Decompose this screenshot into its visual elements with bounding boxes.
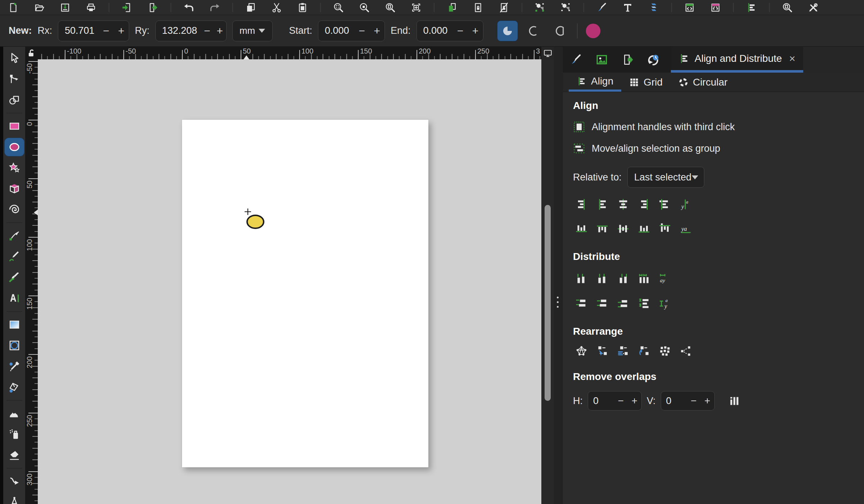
alignment-handles-toggle[interactable]: Alignment handles with third click <box>573 121 854 133</box>
vertical-scrollbar[interactable] <box>541 59 554 504</box>
xml-editor-button[interactable] <box>681 1 698 14</box>
panel-splitter[interactable] <box>554 47 563 504</box>
fill-and-stroke-dock-tab[interactable] <box>563 47 589 73</box>
print-document-button[interactable] <box>83 1 99 14</box>
end-value[interactable]: 0.000 <box>417 25 453 36</box>
ry-spinbox[interactable]: 132.208 − + <box>155 20 227 41</box>
ry-increase-button[interactable]: + <box>213 25 226 37</box>
cut-button[interactable] <box>268 1 285 14</box>
tool-shape-builder[interactable] <box>4 91 24 109</box>
tool-mesh-gradient[interactable] <box>4 336 24 355</box>
ry-decrease-button[interactable]: − <box>201 25 213 37</box>
guide-lock-corner[interactable] <box>25 47 38 59</box>
tool-pen[interactable] <box>4 226 24 245</box>
distribute-centers-horizontally-button[interactable] <box>594 271 610 287</box>
redo-button[interactable] <box>206 1 223 14</box>
horizontal-ruler[interactable]: -100 -50 0 50 100 150 200 250 3 <box>38 47 541 59</box>
arc-mode-button[interactable] <box>524 20 545 41</box>
tool-tweak[interactable] <box>4 404 24 423</box>
tool-ellipse[interactable] <box>4 138 24 156</box>
distribute-left-edges-button[interactable] <box>573 271 590 287</box>
save-document-button[interactable] <box>57 1 73 14</box>
unlink-clone-button[interactable] <box>496 1 512 14</box>
tool-gradient[interactable] <box>4 315 24 334</box>
tool-pencil[interactable] <box>4 247 24 266</box>
zoom-resize-toggle[interactable] <box>541 47 554 59</box>
layers-dialog-button[interactable] <box>645 1 662 14</box>
align-bottom-edges-button[interactable] <box>636 221 652 237</box>
start-spinbox[interactable]: 0.000 − + <box>318 20 385 41</box>
zoom-to-selection-button[interactable] <box>330 1 347 14</box>
tool-rectangle[interactable] <box>4 117 24 136</box>
canvas[interactable] <box>38 59 541 504</box>
end-spinbox[interactable]: 0.000 − + <box>417 20 483 41</box>
close-dialog-button[interactable]: × <box>787 52 796 65</box>
tool-spray[interactable] <box>4 425 24 444</box>
rx-spinbox[interactable]: 50.701 − + <box>58 20 129 41</box>
start-decrease-button[interactable]: − <box>354 25 369 37</box>
paste-button[interactable] <box>294 1 311 14</box>
import-button[interactable] <box>119 1 135 14</box>
tool-spiral[interactable] <box>4 200 24 219</box>
ungroup-button[interactable] <box>558 1 574 14</box>
align-right-edges-button[interactable] <box>636 196 652 212</box>
tool-connector[interactable] <box>4 472 24 491</box>
distribute-text-anchors-button[interactable]: ay <box>656 271 673 287</box>
center-vertical-axis-button[interactable] <box>615 196 631 212</box>
object-properties-button[interactable] <box>707 1 724 14</box>
move-as-group-toggle[interactable]: Move/align selection as group <box>573 142 854 155</box>
align-top-to-bottom-of-anchor-button[interactable] <box>656 221 673 237</box>
tool-paint-bucket[interactable] <box>4 378 24 397</box>
tool-selector[interactable] <box>4 49 24 68</box>
chord-mode-button[interactable] <box>550 20 571 41</box>
v-gap-increase-button[interactable]: + <box>701 395 714 407</box>
distribute-right-edges-button[interactable] <box>615 271 631 287</box>
distribute-text-baselines-button[interactable]: ay <box>656 295 673 311</box>
randomize-positions-button[interactable] <box>656 343 673 359</box>
distribute-centers-vertically-button[interactable] <box>594 295 610 311</box>
tool-node-editor[interactable] <box>4 70 24 88</box>
align-distribute-dialog-button[interactable] <box>743 1 760 14</box>
image-dock-tab[interactable] <box>589 47 615 73</box>
rx-value[interactable]: 50.701 <box>58 25 99 36</box>
end-increase-button[interactable]: + <box>468 25 483 37</box>
tool-dropper[interactable] <box>4 357 24 376</box>
align-left-to-right-of-anchor-button[interactable] <box>656 196 673 212</box>
v-gap-value[interactable]: 0 <box>661 395 687 407</box>
rx-increase-button[interactable]: + <box>114 25 129 37</box>
rx-decrease-button[interactable]: − <box>99 25 114 37</box>
distribute-bottom-edges-button[interactable] <box>615 295 631 311</box>
remove-overlaps-button[interactable] <box>726 393 743 409</box>
graph-layout-button[interactable] <box>573 343 590 359</box>
unit-selector[interactable]: mm <box>232 20 273 41</box>
align-right-to-left-of-anchor-button[interactable] <box>573 196 590 212</box>
duplicate-button[interactable] <box>444 1 460 14</box>
v-gap-spinbox[interactable]: 0 − + <box>661 391 715 411</box>
distribute-top-edges-button[interactable] <box>573 295 590 311</box>
unclump-button[interactable] <box>677 343 694 359</box>
open-document-button[interactable] <box>31 1 47 14</box>
make-vertical-gaps-equal-button[interactable] <box>636 295 652 311</box>
exchange-in-clockwise-order-button[interactable] <box>636 343 652 359</box>
tool-calligraphy[interactable] <box>4 268 24 287</box>
make-whole-button[interactable] <box>583 21 603 41</box>
align-distribute-dock-tab[interactable]: Align and Distribute × <box>671 47 803 73</box>
undo-button[interactable] <box>181 1 197 14</box>
ry-value[interactable]: 132.208 <box>156 25 201 36</box>
tool-eraser[interactable] <box>4 446 24 464</box>
group-button[interactable] <box>532 1 548 14</box>
tab-grid[interactable]: Grid <box>621 73 670 92</box>
fill-stroke-dialog-button[interactable] <box>594 1 610 14</box>
vertical-ruler[interactable]: -50 0 50 100 150 200 250 300 <box>25 59 38 504</box>
relative-to-dropdown[interactable]: Last selected <box>627 167 704 188</box>
undo-history-dock-tab[interactable] <box>641 47 667 73</box>
align-left-edges-button[interactable] <box>594 196 610 212</box>
preferences-button[interactable] <box>805 1 822 14</box>
tab-align[interactable]: Align <box>569 73 621 92</box>
tool-measure[interactable] <box>4 493 24 504</box>
align-text-anchors-horizontal-button[interactable]: ay <box>677 196 694 212</box>
h-gap-decrease-button[interactable]: − <box>614 395 628 407</box>
export-dock-tab[interactable] <box>615 47 641 73</box>
start-increase-button[interactable]: + <box>369 25 385 37</box>
find-replace-button[interactable] <box>779 1 796 14</box>
